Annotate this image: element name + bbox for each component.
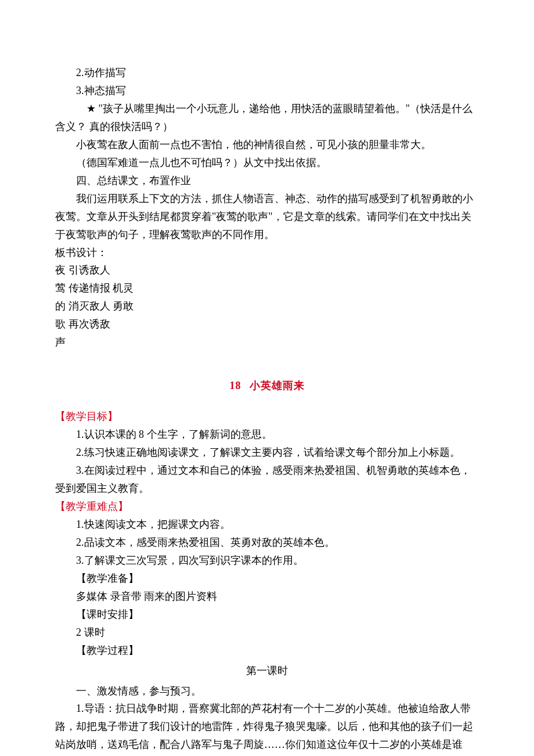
board-design-title: 板书设计： [55, 244, 479, 262]
objective-item: 2.练习快速正确地阅读课文，了解课文主要内容，试着给课文每个部分加上小标题。 [55, 444, 479, 462]
lesson-title: 18小英雄雨来 [55, 377, 479, 395]
body-text: 1.导语：抗日战争时期，晋察冀北部的芦花村有一个十二岁的小英雄。他被迫给敌人带路… [55, 700, 479, 756]
difficulty-item: 2.品读文本，感受雨来热爱祖国、英勇对敌的英雄本色。 [55, 534, 479, 552]
board-line: 歌 再次诱敌 [55, 315, 479, 333]
body-text: ★ "孩子从嘴里掏出一个小玩意儿，递给他，用快活的蓝眼睛望着他。"（快活是什么含… [55, 100, 479, 136]
lesson-name: 小英雄雨来 [250, 380, 305, 391]
period-title: 第一课时 [55, 662, 479, 680]
quote-text: "孩子从嘴里掏出一个小玩意儿，递给他，用快活的蓝眼睛望着他。"（快活是什么含义？… [55, 103, 472, 132]
body-text: 3.神态描写 [55, 82, 479, 100]
difficulty-item: 3.了解课文三次写景，四次写到识字课本的作用。 [55, 552, 479, 570]
section-header-prep: 【教学准备】 [55, 570, 479, 588]
star-marker: ★ [55, 100, 96, 118]
board-line: 夜 引诱敌人 [55, 261, 479, 279]
body-text: 四、总结课文，布置作业 [55, 172, 479, 190]
body-text: 我们运用联系上下文的方法，抓住人物语言、神态、动作的描写感受到了机智勇敢的小夜莺… [55, 190, 479, 244]
difficulty-item: 1.快速阅读文本，把握课文内容。 [55, 516, 479, 534]
objective-item: 3.在阅读过程中，通过文本和自己的体验，感受雨来热爱祖国、机智勇敢的英雄本色，受… [55, 462, 479, 498]
body-text: （德国军难道一点儿也不可怕吗？）从文中找出依据。 [55, 154, 479, 172]
board-line: 声 [55, 333, 479, 351]
schedule-text: 2 课时 [55, 624, 479, 642]
board-line: 莺 传递情报 机灵 [55, 279, 479, 297]
section-header-objectives: 【教学目标】 [55, 408, 479, 426]
section-header-difficulties: 【教学重难点】 [55, 498, 479, 516]
prep-text: 多媒体 录音带 雨来的图片资料 [55, 588, 479, 606]
body-text: 小夜莺在敌人面前一点也不害怕，他的神情很自然，可见小孩的胆量非常大。 [55, 136, 479, 154]
board-line: 的 消灭敌人 勇敢 [55, 297, 479, 315]
body-text: 2.动作描写 [55, 64, 479, 82]
lesson-number: 18 [230, 380, 241, 391]
document-page: 2.动作描写 3.神态描写 ★ "孩子从嘴里掏出一个小玩意儿，递给他，用快活的蓝… [0, 0, 534, 756]
section-heading: 一、激发情感，参与预习。 [55, 682, 479, 700]
section-header-process: 【教学过程】 [55, 642, 479, 660]
section-header-schedule: 【课时安排】 [55, 606, 479, 624]
objective-item: 1.认识本课的 8 个生字，了解新词的意思。 [55, 426, 479, 444]
